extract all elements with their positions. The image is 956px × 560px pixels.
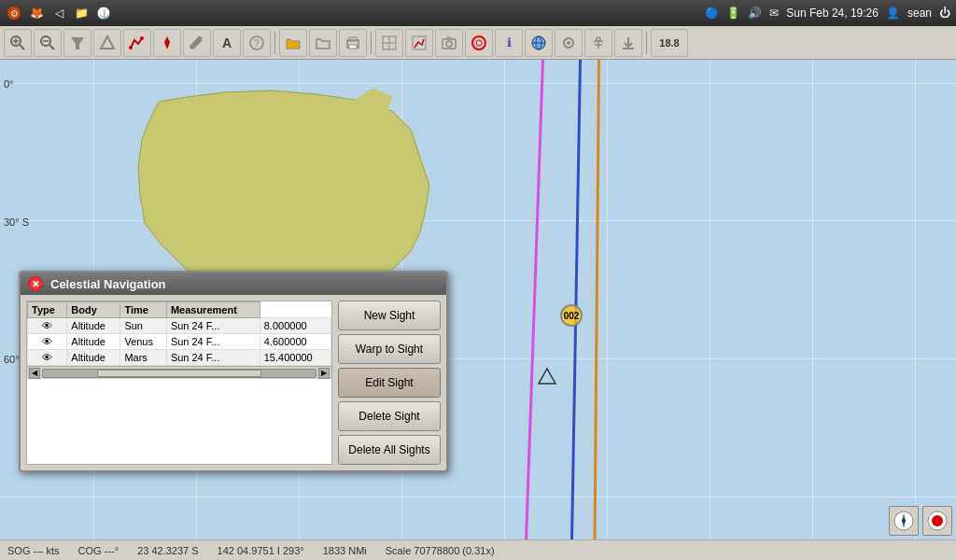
cell-eye: 👁 [28,318,67,334]
svg-point-43 [932,515,943,526]
cell-body: Sun [120,318,166,334]
sights-table-area: Type Body Time Measurement 👁 Altitude Su… [26,301,332,465]
nav-line-orange [593,60,600,560]
svg-point-41 [902,519,906,523]
statusbar: SOG --- kts COG ---° 23 42.3237 S 142 04… [0,539,956,560]
globe-button[interactable] [525,29,553,57]
cell-measurement: 15.400000 [260,350,330,366]
taskbar-opencpn-icon[interactable]: ⚓ [95,5,112,21]
zoom-out-button[interactable] [34,29,62,57]
folder-button[interactable] [309,29,337,57]
record-button[interactable] [922,506,952,536]
table-row[interactable]: 👁 Altitude Mars Sun 24 F... 15.400000 [28,350,331,366]
camera-button[interactable] [435,29,463,57]
life-ring-button[interactable] [465,29,493,57]
col-measurement: Measurement [166,302,260,318]
scroll-right[interactable]: ▶ [318,368,330,379]
cell-eye: 👁 [28,334,67,350]
open-folder-button[interactable] [279,29,307,57]
table-row[interactable]: 👁 Altitude Sun Sun 24 F... 8.000000 [28,318,331,334]
mark-button[interactable] [153,29,181,57]
cell-type: Altitude [67,334,120,350]
vessel-position: 002 [560,304,583,327]
taskbar-user-icon: 👤 [886,7,900,20]
celestial-navigation-dialog: ✕ Celestial Navigation Type Body Time Me… [19,271,448,472]
scroll-thumb[interactable] [97,370,260,377]
anchor-button[interactable] [584,29,612,57]
cell-time: Sun 24 F... [166,334,260,350]
taskbar-left: ⚙ 🦊 ◁ 📁 ⚓ [6,5,112,21]
cell-eye: 👁 [28,350,67,366]
measure-button[interactable] [93,29,121,57]
download-button[interactable] [614,29,642,57]
route-button[interactable] [123,29,151,57]
svg-point-26 [472,36,485,49]
svg-marker-11 [71,37,84,49]
dialog-body: Type Body Time Measurement 👁 Altitude Su… [21,295,446,470]
edit-sight-button[interactable]: Edit Sight [338,368,441,398]
statusbar-cog: COG ---° [78,545,120,556]
col-body: Body [67,302,120,318]
cell-measurement: 8.000000 [260,318,330,334]
dialog-close-button[interactable]: ✕ [28,276,43,291]
scroll-left[interactable]: ◀ [29,368,40,379]
svg-marker-38 [539,369,555,384]
new-sight-button[interactable]: New Sight [338,301,441,330]
cell-body: Venus [120,334,166,350]
print-button[interactable] [339,29,367,57]
vessel-label: 002 [564,311,580,321]
table-scrollbar[interactable]: ◀ ▶ [27,366,331,379]
svg-rect-19 [349,45,357,49]
cell-type: Altitude [67,318,120,334]
delete-sight-button[interactable]: Delete Sight [338,401,441,431]
grid-v-8 [812,60,813,560]
info-button[interactable]: ℹ [495,29,523,57]
taskbar-app-icon[interactable]: ⚙ [6,5,22,21]
sights-table: Type Body Time Measurement 👁 Altitude Su… [27,301,331,366]
col-type: Type [28,302,67,318]
statusbar-sog: SOG --- kts [7,545,60,556]
grid-v-6 [607,60,608,560]
taskbar-files-icon[interactable]: 📁 [73,5,90,21]
lat-60s: 60° [4,354,20,365]
svg-point-27 [476,40,482,46]
taskbar-battery-icon: 🔋 [726,7,740,20]
taskbar-mail-icon: ✉ [769,7,779,20]
statusbar-position: 23 42.3237 S [137,545,198,556]
wrench-button[interactable] [183,29,211,57]
taskbar-bt-icon: 🔵 [705,7,719,20]
svg-point-32 [567,41,570,45]
col-time: Time [120,302,166,318]
sights-table-body: 👁 Altitude Sun Sun 24 F... 8.000000 👁 Al… [28,318,331,366]
scale-button[interactable]: 18.8 [651,29,688,57]
svg-text:⚙: ⚙ [10,8,19,19]
filter-button[interactable] [63,29,91,57]
delete-all-button[interactable]: Delete All Sights [338,435,441,465]
taskbar-firefox-icon[interactable]: 🦊 [28,5,45,21]
svg-line-9 [49,45,54,49]
statusbar-dist: 1833 NMi [323,545,367,556]
chart-route-button[interactable] [405,29,433,57]
taskbar-time: Sun Feb 24, 19:26 [786,7,879,20]
svg-point-25 [446,41,452,47]
vessel-triangle [538,368,556,387]
taskbar: ⚙ 🦊 ◁ 📁 ⚓ 🔵 🔋 🔊 ✉ Sun Feb 24, 19:26 👤 se… [0,0,956,26]
settings-button[interactable] [555,29,583,57]
svg-marker-12 [101,36,114,49]
cell-time: Sun 24 F... [166,318,260,334]
table-row[interactable]: 👁 Altitude Venus Sun 24 F... 4.600000 [28,334,331,350]
compass-icon[interactable] [889,506,919,536]
taskbar-power-icon[interactable]: ⏻ [939,7,950,20]
waypoint-button[interactable]: ? [243,29,271,57]
warp-sight-button[interactable]: Warp to Sight [338,334,441,364]
grid-v-5 [504,60,505,560]
taskbar-back-icon[interactable]: ◁ [50,5,67,21]
zoom-in-button[interactable] [4,29,32,57]
dialog-titlebar: ✕ Celestial Navigation [21,273,446,295]
scroll-track[interactable] [42,369,316,378]
text-button[interactable]: A [213,29,241,57]
chart-grid-button[interactable] [375,29,403,57]
toolbar-sep-2 [371,32,372,54]
nav-line-pink [524,60,544,560]
svg-point-14 [140,36,144,40]
